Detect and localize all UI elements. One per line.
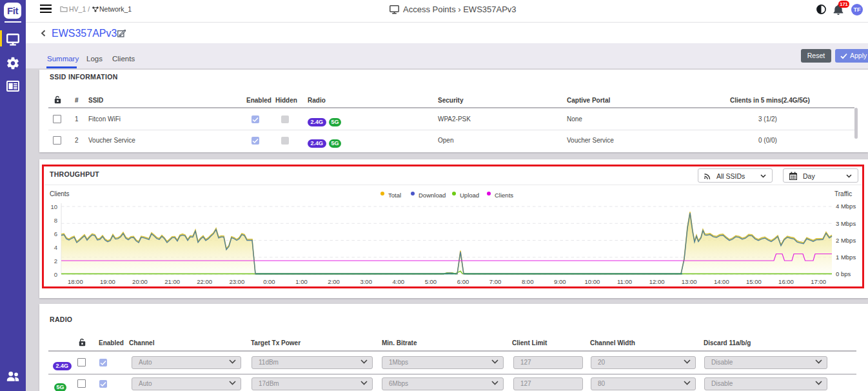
- svg-text:15:00: 15:00: [746, 278, 762, 285]
- svg-text:0:00: 0:00: [263, 278, 275, 285]
- svg-text:6: 6: [54, 230, 57, 237]
- svg-text:18:00: 18:00: [68, 278, 83, 285]
- svg-text:9:00: 9:00: [554, 278, 566, 285]
- svg-text:4:00: 4:00: [393, 278, 405, 285]
- svg-text:20:00: 20:00: [132, 278, 148, 285]
- svg-text:16:00: 16:00: [778, 278, 794, 285]
- svg-text:3 Mbps: 3 Mbps: [836, 220, 856, 227]
- svg-text:4 Mbps: 4 Mbps: [836, 203, 856, 210]
- svg-text:11:00: 11:00: [617, 278, 632, 285]
- svg-text:7:00: 7:00: [489, 278, 502, 285]
- svg-text:19:00: 19:00: [100, 278, 115, 285]
- svg-text:8:00: 8:00: [522, 278, 534, 285]
- svg-text:21:00: 21:00: [164, 278, 180, 285]
- svg-text:22:00: 22:00: [197, 278, 212, 285]
- svg-text:14:00: 14:00: [714, 278, 729, 285]
- svg-text:3:00: 3:00: [360, 278, 372, 285]
- svg-text:17:00: 17:00: [811, 278, 826, 285]
- svg-text:2:00: 2:00: [328, 278, 340, 285]
- svg-text:1 Mbps: 1 Mbps: [836, 254, 856, 261]
- svg-text:10:00: 10:00: [585, 278, 600, 285]
- svg-text:23:00: 23:00: [229, 278, 244, 285]
- svg-text:8: 8: [54, 217, 57, 224]
- svg-text:2 Mbps: 2 Mbps: [836, 237, 856, 244]
- svg-text:0: 0: [54, 271, 57, 278]
- svg-text:10: 10: [50, 203, 57, 210]
- svg-text:1:00: 1:00: [295, 278, 308, 285]
- svg-text:13:00: 13:00: [682, 278, 697, 285]
- svg-text:0 bps: 0 bps: [836, 270, 851, 277]
- svg-text:12:00: 12:00: [649, 278, 665, 285]
- svg-text:6:00: 6:00: [457, 278, 469, 285]
- svg-text:5:00: 5:00: [425, 278, 437, 285]
- svg-text:4: 4: [54, 244, 57, 251]
- svg-text:2: 2: [54, 257, 57, 265]
